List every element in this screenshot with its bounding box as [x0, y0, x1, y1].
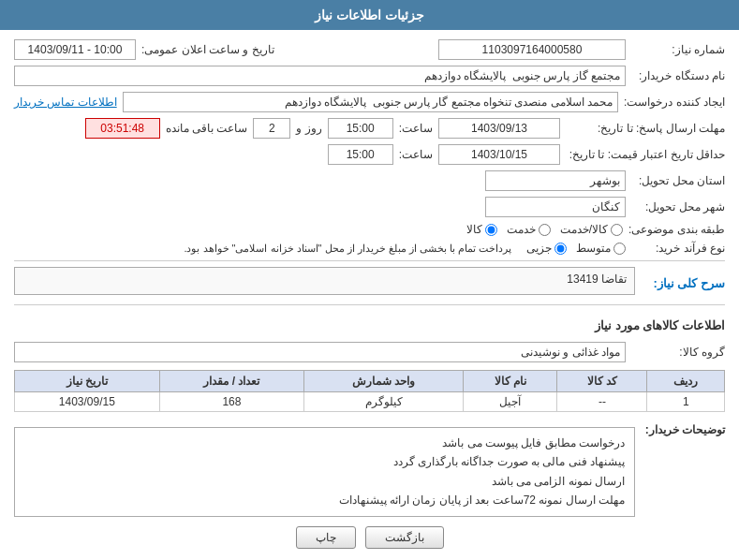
datetime-input[interactable]: [14, 39, 136, 60]
reply-days-label: روز و: [296, 122, 321, 135]
province-input[interactable]: [485, 170, 626, 191]
reply-date-input[interactable]: [438, 118, 560, 139]
buyer-name-label: نام دستگاه خریدار:: [631, 69, 725, 82]
notes-label: توضیحات خریدار:: [641, 420, 725, 436]
goods-info-section: اطلاعات کالاهای مورد نیاز: [14, 311, 725, 336]
col-date: تاریخ نیاز: [15, 371, 160, 392]
purchase-type-label: نوع فرآند خرید:: [631, 242, 725, 255]
category-option-service[interactable]: خدمت: [507, 223, 551, 236]
print-button[interactable]: چاپ: [296, 526, 356, 549]
province-label: استان محل تحویل:: [631, 174, 725, 187]
purchase-label-partial: جزیی: [526, 242, 552, 255]
category-option-goods-service[interactable]: کالا/خدمت: [560, 223, 623, 236]
creator-row: ایجاد کننده درخواست: اطلاعات تماس خریدار: [14, 92, 725, 112]
purchase-radio-group: متوسط جزیی: [526, 242, 626, 255]
purchase-type-row: نوع فرآند خرید: متوسط جزیی پرداخت تمام ب…: [14, 242, 725, 255]
notes-line: ارسال نمونه الزامی می باشد: [24, 472, 625, 491]
category-radio-service[interactable]: [539, 224, 551, 236]
category-label: طبقه بندی موضوعی:: [628, 223, 725, 236]
datetime-label: تاریخ و ساعت اعلان عمومی:: [141, 43, 291, 56]
col-code: کد کالا: [557, 371, 647, 392]
category-label-goods: کالا: [466, 223, 482, 236]
table-cell-code: --: [557, 392, 647, 412]
purchase-note: پرداخت تمام با بخشی از مبلغ خریدار از مح…: [184, 243, 511, 255]
province-row: استان محل تحویل:: [14, 170, 725, 191]
divider-1: [14, 260, 725, 261]
goods-table-section: ردیف کد کالا نام کالا واحد شمارش تعداد /…: [14, 370, 725, 412]
category-label-service: خدمت: [507, 223, 536, 236]
buyer-name-input[interactable]: [14, 66, 626, 86]
price-date-input[interactable]: [438, 144, 560, 165]
table-row: 1--آجیلکیلوگرم1681403/09/15: [15, 392, 725, 412]
category-label-goods-service: کالا/خدمت: [560, 223, 608, 236]
need-number-input[interactable]: [438, 39, 626, 60]
col-quantity: تعداد / مقدار: [159, 371, 304, 392]
back-button[interactable]: بازگشت: [365, 526, 444, 549]
purchase-radio-medium[interactable]: [613, 243, 626, 255]
city-row: شهر محل تحویل:: [14, 197, 725, 217]
contact-link[interactable]: اطلاعات تماس خریدار: [14, 96, 117, 109]
request-summary-label: سرح کلی نیاز:: [641, 276, 725, 290]
need-number-label: شماره نیاز:: [631, 43, 725, 56]
purchase-option-medium[interactable]: متوسط: [576, 242, 626, 255]
goods-info-title: اطلاعات کالاهای مورد نیاز: [595, 318, 725, 332]
reply-deadline-label: مهلت ارسال پاسخ: تا تاریخ:: [566, 122, 725, 135]
price-time-label: ساعت:: [399, 148, 433, 161]
table-cell-name: آجیل: [464, 392, 557, 412]
category-row: طبقه بندی موضوعی: کالا/خدمت خدمت کالا: [14, 223, 725, 236]
table-cell-quantity: 168: [159, 392, 304, 412]
request-summary-box: تقاضا 13419: [14, 267, 635, 295]
notes-box: درخواست مطابق فایل پیوست می باشدپیشنهاد …: [14, 427, 635, 517]
table-cell-row: 1: [647, 392, 725, 412]
city-input[interactable]: [485, 197, 626, 217]
creator-label: ایجاد کننده درخواست:: [624, 96, 725, 109]
goods-table: ردیف کد کالا نام کالا واحد شمارش تعداد /…: [14, 370, 725, 412]
remaining-label: ساعت باقی مانده: [166, 122, 248, 135]
table-cell-date: 1403/09/15: [15, 392, 160, 412]
price-deadline-row: حداقل تاریخ اعتبار قیمت: تا تاریخ: ساعت:: [14, 144, 725, 165]
price-deadline-label: حداقل تاریخ اعتبار قیمت: تا تاریخ:: [566, 148, 725, 161]
notes-line: درخواست مطابق فایل پیوست می باشد: [24, 434, 625, 452]
price-time-input[interactable]: [328, 144, 393, 165]
reply-time-label: ساعت:: [399, 122, 433, 135]
table-cell-unit: کیلوگرم: [304, 392, 464, 412]
category-option-goods[interactable]: کالا: [466, 223, 497, 236]
need-number-row: شماره نیاز: تاریخ و ساعت اعلان عمومی:: [14, 39, 725, 60]
col-unit: واحد شمارش: [304, 371, 464, 392]
countdown-timer: [85, 118, 160, 139]
request-summary-row: سرح کلی نیاز: تقاضا 13419: [14, 267, 725, 299]
purchase-label-medium: متوسط: [576, 242, 611, 255]
page-header: جزئیات اطلاعات نیاز: [0, 0, 739, 30]
divider-2: [14, 304, 725, 305]
purchase-radio-partial[interactable]: [554, 243, 567, 255]
notes-line: مهلت ارسال نمونه 72ساعت بعد از پایان زما…: [24, 491, 625, 509]
request-summary-value: تقاضا 13419: [567, 273, 627, 286]
city-label: شهر محل تحویل:: [631, 200, 725, 214]
buyer-name-row: نام دستگاه خریدار:: [14, 66, 725, 86]
goods-group-row: گروه کالا:: [14, 342, 725, 362]
action-buttons: بازگشت چاپ: [14, 526, 725, 549]
category-radio-group: کالا/خدمت خدمت کالا: [466, 223, 623, 236]
goods-group-input[interactable]: [14, 342, 626, 362]
goods-group-label: گروه کالا:: [631, 346, 725, 359]
purchase-option-partial[interactable]: جزیی: [526, 242, 567, 255]
reply-deadline-row: مهلت ارسال پاسخ: تا تاریخ: ساعت: روز و س…: [14, 118, 725, 139]
col-row: ردیف: [647, 371, 725, 392]
col-name: نام کالا: [464, 371, 557, 392]
page-title: جزئیات اطلاعات نیاز: [315, 7, 424, 22]
notes-line: پیشنهاد فنی مالی به صورت جداگانه بارگذار…: [24, 452, 625, 471]
category-radio-goods-service[interactable]: [611, 224, 623, 236]
reply-time-input[interactable]: [328, 118, 393, 139]
notes-row: توضیحات خریدار: درخواست مطابق فایل پیوست…: [14, 420, 725, 517]
reply-days-input[interactable]: [253, 118, 290, 139]
creator-input[interactable]: [123, 92, 618, 112]
category-radio-goods[interactable]: [485, 224, 497, 236]
